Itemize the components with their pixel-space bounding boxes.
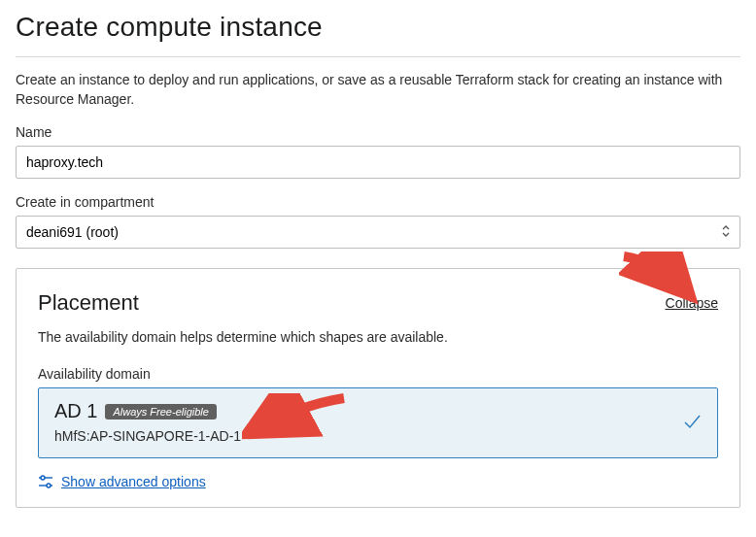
divider [16,56,740,57]
compartment-select[interactable]: deani691 (root) [16,216,740,249]
free-eligible-badge: Always Free-eligible [105,404,216,420]
ad-name: AD 1 [54,400,97,422]
intro-text: Create an instance to deploy and run app… [16,71,740,109]
compartment-label: Create in compartment [16,194,740,210]
ad-full-id: hMfS:AP-SINGAPORE-1-AD-1 [54,428,702,444]
sliders-icon [38,474,53,489]
checkmark-icon [682,412,702,435]
placement-title: Placement [38,290,139,316]
page-title: Create compute instance [16,12,740,43]
name-input[interactable] [16,146,740,179]
svg-point-3 [47,484,51,487]
availability-domain-card[interactable]: AD 1 Always Free-eligible hMfS:AP-SINGAP… [38,387,718,458]
ad-label: Availability domain [38,366,718,382]
placement-desc: The availability domain helps determine … [38,329,718,345]
placement-panel: Placement Collapse The availability doma… [16,268,740,508]
svg-point-1 [41,476,45,480]
show-advanced-link[interactable]: Show advanced options [61,474,206,489]
collapse-link[interactable]: Collapse [666,295,718,311]
name-label: Name [16,124,740,140]
